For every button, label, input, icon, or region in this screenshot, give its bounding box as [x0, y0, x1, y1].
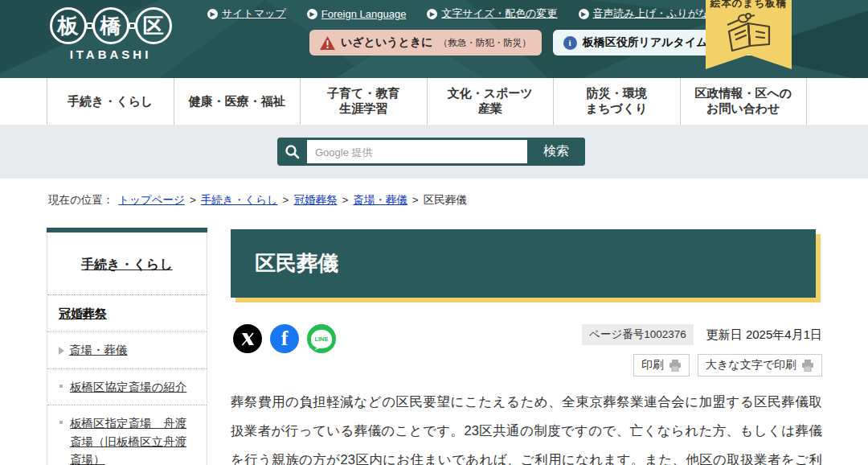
- line-logo-text: LINE: [314, 335, 328, 343]
- sidebar-box: 手続き・くらし 冠婚葬祭 斎場・葬儀 板橋区協定斎場の紹介 板橋区指定斎場 舟渡…: [47, 232, 207, 465]
- arrow-circle-icon: ▶: [307, 9, 317, 19]
- printer-icon: [669, 360, 682, 372]
- sidebar: 手続き・くらし 冠婚葬祭 斎場・葬儀 板橋区協定斎場の紹介 板橋区指定斎場 舟渡…: [47, 228, 207, 465]
- sidebar-item-label: 板橋区指定斎場 舟渡斎場（旧板橋区立舟渡斎場）: [70, 417, 186, 465]
- sidebar-item-ceremonies[interactable]: 冠婚葬祭: [47, 295, 207, 332]
- page-meta-row: f LINE ページ番号1002376 更新日 2025年4月1日 印: [231, 324, 822, 377]
- open-book-bird-icon: [719, 10, 779, 56]
- warning-triangle-icon: [320, 36, 335, 50]
- sidebar-item-label: 板橋区協定斎場の紹介: [70, 381, 186, 393]
- toplink-label: 文字サイズ・配色の変更: [441, 6, 557, 21]
- toplink-foreign-language[interactable]: ▶ Foreign Language: [307, 6, 407, 21]
- content-area: 手続き・くらし 冠婚葬祭 斎場・葬儀 板橋区協定斎場の紹介 板橋区指定斎場 舟渡…: [0, 221, 868, 465]
- nav-childcare-education[interactable]: 子育て・教育 生涯学習: [300, 78, 427, 125]
- social-share-row: f LINE: [231, 324, 336, 353]
- emergency-link[interactable]: いざというときに （救急・防犯・防災）: [309, 30, 542, 56]
- search-input[interactable]: [307, 140, 527, 163]
- itabashi-city-page: 板 橋 区 ITABASHI ▶ サイトマップ ▶ Foreign Langua…: [0, 0, 868, 465]
- facebook-share-icon[interactable]: f: [270, 324, 299, 353]
- nav-label: 生涯学習: [339, 101, 387, 117]
- arrow-circle-icon: ▶: [579, 9, 589, 19]
- sidebar-item-partner-halls[interactable]: 板橋区協定斎場の紹介: [47, 369, 207, 405]
- breadcrumb-separator: >: [412, 194, 419, 206]
- nav-filler: [806, 78, 868, 125]
- nav-city-info-contact[interactable]: 区政情報・区への お問い合わせ: [680, 78, 807, 125]
- page-number-badge: ページ番号1002376: [582, 324, 694, 345]
- emergency-label: いざというときに: [341, 35, 433, 50]
- ribbon-label: 絵本のまち板橋: [706, 0, 792, 10]
- page-meta-right: ページ番号1002376 更新日 2025年4月1日 印刷: [582, 324, 822, 377]
- sidebar-item-label: 冠婚葬祭: [59, 307, 107, 320]
- main-column: 区民葬儀 f LINE: [231, 229, 822, 465]
- article-body-text: 葬祭費用の負担軽減などの区民要望にこたえるため、全東京葬祭業連合会に加盟する区民…: [231, 387, 822, 465]
- search-bar: 検索: [277, 138, 585, 166]
- breadcrumb-link-top[interactable]: トップページ: [118, 193, 185, 208]
- nav-label: 産業: [478, 101, 502, 117]
- nav-label: お問い合わせ: [706, 101, 780, 117]
- breadcrumb: 現在の位置： トップページ > 手続き・くらし > 冠婚葬祭 > 斎場・葬儀 >…: [0, 179, 868, 221]
- arrow-circle-icon: ▶: [427, 9, 437, 19]
- page-title: 区民葬儀: [231, 229, 816, 298]
- breadcrumb-separator: >: [190, 194, 196, 206]
- search-strip: 検索: [0, 125, 868, 179]
- breadcrumb-current: 区民葬儀: [424, 193, 467, 208]
- nav-label: 区政情報・区への: [694, 86, 792, 101]
- breadcrumb-link-procedures[interactable]: 手続き・くらし: [201, 193, 278, 208]
- print-button[interactable]: 印刷: [633, 354, 690, 377]
- toplink-label: Foreign Language: [321, 8, 407, 20]
- print-large-button[interactable]: 大きな文字で印刷: [698, 354, 822, 377]
- print-button-label: 印刷: [641, 358, 664, 372]
- breadcrumb-prefix: 現在の位置：: [48, 193, 113, 208]
- sidebar-category-header: 手続き・くらし: [47, 232, 207, 295]
- nav-label: 子育て・教育: [327, 86, 399, 101]
- emergency-sub-label: （救急・防犯・防災）: [439, 37, 531, 49]
- site-header: 板 橋 区 ITABASHI ▶ サイトマップ ▶ Foreign Langua…: [0, 0, 868, 78]
- updated-date: 更新日 2025年4月1日: [706, 327, 822, 343]
- header-alert-row: いざというときに （救急・防犯・防災） i 板橋区役所リアルタイム窓口情報: [309, 30, 764, 56]
- sidebar-item-funerals[interactable]: 斎場・葬儀: [47, 332, 207, 368]
- nav-label: 手続き・くらし: [68, 94, 153, 109]
- page-number-row: ページ番号1002376 更新日 2025年4月1日: [582, 324, 822, 345]
- breadcrumb-link-funerals[interactable]: 斎場・葬儀: [353, 193, 407, 208]
- nav-label: 防災・環境: [587, 86, 647, 101]
- print-large-button-label: 大きな文字で印刷: [706, 358, 796, 372]
- triangle-marker-icon: [59, 347, 64, 355]
- nav-label: 文化・スポーツ: [448, 86, 533, 101]
- toplink-label: 音声読み上げ・ふりがな: [593, 6, 710, 21]
- nav-disaster-environment[interactable]: 防災・環境 まちづくり: [553, 78, 680, 125]
- itabashi-logo[interactable]: 板 橋 区 ITABASHI: [44, 7, 177, 61]
- logo-char-circle: 橋: [92, 7, 129, 44]
- picture-book-town-ribbon[interactable]: 絵本のまち板橋: [706, 0, 792, 69]
- nav-label: 健康・医療・福祉: [189, 94, 285, 109]
- logo-circles: 板 橋 区: [44, 7, 177, 44]
- line-share-icon[interactable]: LINE: [307, 324, 336, 353]
- sidebar-item-label: 斎場・葬儀: [69, 341, 128, 359]
- nav-procedures-living[interactable]: 手続き・くらし: [47, 78, 174, 125]
- nav-label: まちづくり: [586, 101, 648, 117]
- breadcrumb-link-ceremonies[interactable]: 冠婚葬祭: [293, 193, 337, 208]
- arrow-circle-icon: ▶: [207, 9, 218, 19]
- toplink-text-size[interactable]: ▶ 文字サイズ・配色の変更: [427, 6, 557, 21]
- logo-romaji: ITABASHI: [44, 47, 177, 61]
- search-button[interactable]: 検索: [527, 138, 585, 166]
- nav-health-medical-welfare[interactable]: 健康・医療・福祉: [174, 78, 301, 125]
- toplink-sitemap[interactable]: ▶ サイトマップ: [207, 6, 286, 21]
- breadcrumb-separator: >: [283, 194, 289, 206]
- printer-icon: [801, 360, 814, 372]
- line-bubble: LINE: [311, 330, 332, 348]
- logo-char-circle: 板: [50, 7, 87, 44]
- x-share-icon[interactable]: [233, 324, 262, 353]
- nav-culture-sports-industry[interactable]: 文化・スポーツ 産業: [427, 78, 554, 125]
- main-navigation: 手続き・くらし 健康・医療・福祉 子育て・教育 生涯学習 文化・スポーツ 産業 …: [0, 78, 868, 125]
- sidebar-category-link[interactable]: 手続き・くらし: [81, 257, 173, 271]
- info-icon: i: [563, 36, 577, 50]
- utility-links: ▶ サイトマップ ▶ Foreign Language ▶ 文字サイズ・配色の変…: [207, 6, 709, 21]
- toplink-label: サイトマップ: [222, 6, 286, 21]
- nav-spacer: [0, 78, 47, 125]
- sidebar-item-funado-hall[interactable]: 板橋区指定斎場 舟渡斎場（旧板橋区立舟渡斎場）: [47, 405, 207, 465]
- print-button-row: 印刷 大きな文字で印刷: [633, 354, 822, 377]
- logo-char-circle: 区: [135, 7, 172, 44]
- search-icon: [277, 138, 307, 166]
- breadcrumb-separator: >: [342, 194, 348, 206]
- toplink-read-aloud[interactable]: ▶ 音声読み上げ・ふりがな: [579, 6, 710, 21]
